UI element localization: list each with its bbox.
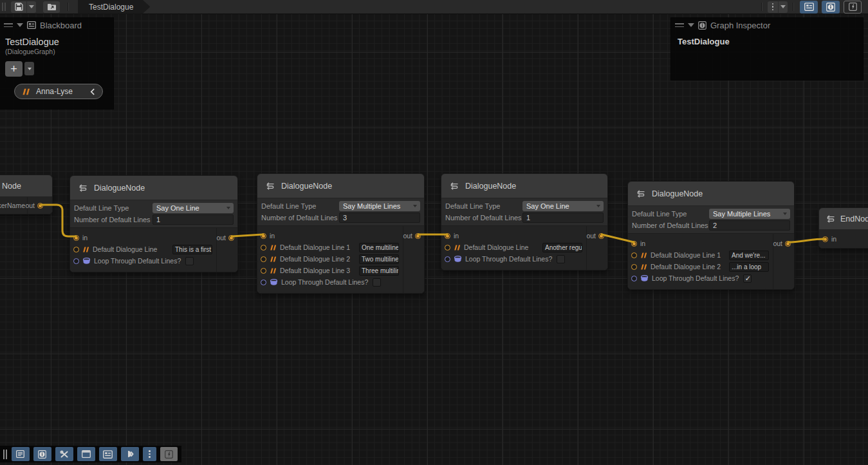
dialogue-node-3[interactable]: DialogueNode Default Line Type Say One L…: [441, 173, 608, 270]
overflow-menu-group[interactable]: [768, 1, 788, 13]
loop-checkbox[interactable]: [557, 255, 565, 263]
loop-port[interactable]: [631, 276, 637, 281]
loop-checkbox[interactable]: [373, 278, 381, 287]
shortcuts-toggle-button[interactable]: [844, 1, 862, 14]
dialogue-line-port[interactable]: [445, 245, 450, 251]
end-node[interactable]: EndNode in: [818, 207, 868, 249]
minimap-toggle-button[interactable]: [121, 447, 139, 461]
dialogue-line-field[interactable]: ...in a loop: [729, 262, 769, 272]
blackboard-panel[interactable]: Blackboard TestDialogue (DialogueGraph) …: [0, 17, 114, 109]
shortcuts-icon: [165, 450, 173, 459]
num-lines-field[interactable]: 3: [339, 213, 420, 223]
flow-node-icon: [78, 184, 88, 193]
node-title: DialogueNode: [652, 189, 703, 198]
out-port[interactable]: [37, 203, 43, 209]
graph-name: TestDialogue: [678, 37, 856, 46]
in-port[interactable]: [631, 241, 637, 247]
node-title-bar[interactable]: DialogueNode: [257, 174, 424, 198]
dialogue-line-field[interactable]: Another regu: [542, 243, 582, 252]
num-lines-field[interactable]: 1: [522, 213, 604, 223]
line-type-dropdown[interactable]: Say One Line: [152, 203, 234, 213]
node-title-bar[interactable]: DialogueNode: [70, 176, 237, 200]
blackboard-toggle-button[interactable]: [800, 1, 818, 14]
overflow-menu-button[interactable]: [143, 447, 156, 461]
node-title-bar[interactable]: DialogueNode: [628, 182, 794, 206]
num-lines-label: Number of Default Lines: [74, 216, 152, 223]
line-type-dropdown[interactable]: Say Multiple Lines: [709, 209, 790, 219]
loop-port[interactable]: [73, 258, 79, 264]
node-title-bar[interactable]: DialogueNode: [441, 174, 607, 198]
out-port[interactable]: [415, 233, 421, 239]
graph-inspector-toggle-button[interactable]: [822, 1, 840, 14]
in-port[interactable]: [445, 233, 450, 239]
console-toggle-button[interactable]: [12, 447, 30, 461]
dialogue-line-field[interactable]: And we're...: [729, 251, 769, 260]
line-type-label: Default Line Type: [74, 204, 152, 212]
field-name: Anna-Lyse: [36, 87, 73, 96]
save-button[interactable]: [11, 1, 26, 13]
drag-handle-icon[interactable]: [4, 23, 13, 27]
collapse-caret-icon[interactable]: [688, 23, 694, 27]
loop-label: Loop Through Default Lines?: [281, 278, 368, 286]
quote-icon: [82, 247, 89, 252]
in-port-label: in: [82, 234, 88, 242]
in-port[interactable]: [261, 233, 266, 239]
loop-port[interactable]: [445, 256, 450, 262]
blackboard-field[interactable]: Anna-Lyse: [14, 84, 103, 99]
graph-inspector-toggle-button[interactable]: [33, 447, 51, 461]
save-button-group[interactable]: [11, 1, 36, 13]
speaker-node[interactable]: Node kerName out: [0, 175, 53, 214]
out-port[interactable]: [598, 233, 604, 239]
chevron-left-icon[interactable]: [90, 88, 95, 95]
collapse-caret-icon[interactable]: [17, 23, 23, 27]
line-type-dropdown[interactable]: Say Multiple Lines: [339, 201, 420, 211]
loop-checkbox[interactable]: [743, 274, 752, 283]
tab-testdialogue[interactable]: TestDialogue: [78, 0, 150, 14]
num-lines-field[interactable]: 2: [709, 220, 790, 231]
window-toggle-button[interactable]: [77, 447, 95, 461]
graph-inspector-panel[interactable]: Graph Inspector TestDialogue: [670, 17, 863, 81]
node-title-bar[interactable]: EndNode: [819, 208, 868, 230]
add-field-caret-button[interactable]: [24, 62, 34, 75]
save-options-button[interactable]: [26, 1, 36, 13]
overflow-menu-button[interactable]: [768, 1, 778, 13]
dialogue-line-field[interactable]: One multiline: [359, 243, 399, 252]
drag-handle-icon[interactable]: [675, 23, 684, 27]
dialogue-line-port[interactable]: [261, 256, 266, 262]
dialogue-line-port[interactable]: [261, 245, 266, 251]
dialogue-node-4[interactable]: DialogueNode Default Line Type Say Multi…: [627, 181, 795, 290]
tools-toggle-button[interactable]: [55, 447, 73, 461]
dialogue-line-port[interactable]: [631, 252, 637, 258]
toolbar-drag-handle[interactable]: [3, 450, 7, 459]
dialogue-line-port[interactable]: [631, 264, 637, 270]
line-type-dropdown[interactable]: Say One Line: [522, 201, 604, 211]
in-port[interactable]: [822, 236, 828, 242]
loop-label: Loop Through Default Lines?: [652, 274, 739, 282]
graph-canvas[interactable]: Node kerName out DialogueNode Default Li…: [0, 0, 868, 465]
out-port[interactable]: [785, 241, 791, 247]
dialogue-line-port[interactable]: [261, 268, 266, 274]
dialogue-node-1[interactable]: DialogueNode Default Line Type Say One L…: [69, 175, 238, 272]
flow-node-icon: [826, 214, 836, 223]
toolbar-drag-handle[interactable]: [2, 3, 6, 11]
overflow-caret-button[interactable]: [778, 1, 788, 13]
add-field-button[interactable]: +: [5, 61, 23, 77]
shortcuts-toggle-button[interactable]: [160, 447, 178, 461]
minimap-icon: [125, 450, 134, 458]
loop-port[interactable]: [261, 280, 266, 285]
out-port[interactable]: [228, 235, 234, 241]
dialogue-node-2[interactable]: DialogueNode Default Line Type Say Multi…: [257, 173, 425, 294]
dialogue-line-port[interactable]: [73, 247, 79, 252]
quote-icon: [454, 245, 461, 251]
num-lines-field[interactable]: 1: [152, 214, 234, 225]
open-asset-button[interactable]: [43, 1, 60, 13]
dialogue-line-field[interactable]: Two multiline: [359, 254, 399, 264]
in-port[interactable]: [73, 235, 79, 241]
blackboard-toggle-button[interactable]: [99, 447, 117, 461]
dialogue-line-field[interactable]: This is a first: [172, 245, 212, 254]
top-toolbar: TestDialogue: [0, 0, 868, 14]
dialogue-line-field[interactable]: Three multilin: [359, 266, 399, 276]
node-title-bar[interactable]: Node: [0, 175, 52, 197]
loop-checkbox[interactable]: [185, 257, 194, 265]
caret-down-icon: [783, 213, 787, 215]
